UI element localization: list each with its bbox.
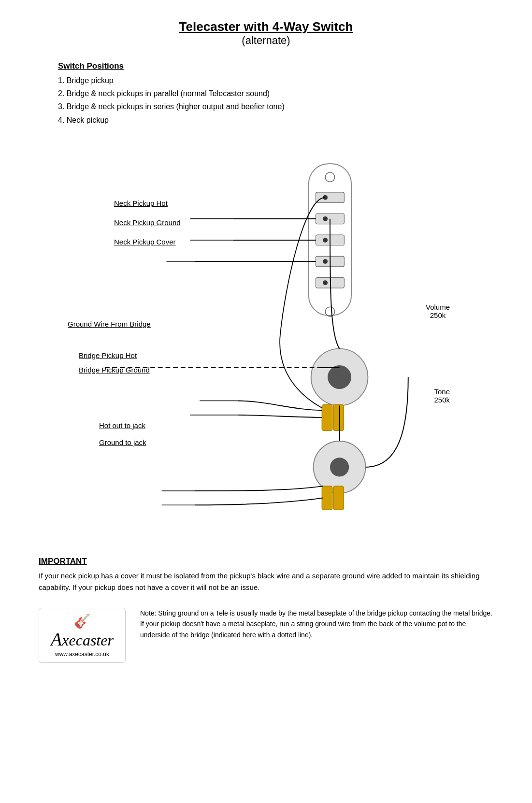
important-title: IMPORTANT — [39, 557, 493, 566]
svg-point-18 — [330, 458, 349, 476]
bridge-pickup-hot-label: Bridge Pickup Hot — [79, 351, 137, 359]
svg-point-14 — [328, 365, 351, 389]
bridge-pickup-ground-label: Bridge Pickup Ground — [79, 366, 150, 374]
logo-name: Axecaster — [51, 630, 114, 648]
page: Telecaster with 4-Way Switch (alternate)… — [0, 0, 532, 803]
important-section: IMPORTANT If your neck pickup has a cove… — [29, 557, 503, 593]
svg-rect-20 — [333, 486, 344, 510]
ground-wire-label: Ground Wire From Bridge — [68, 320, 151, 328]
svg-rect-1 — [316, 192, 345, 203]
switch-positions: Switch Positions 1. Bridge pickup 2. Bri… — [58, 61, 503, 127]
footer-section: 🎸 Axecaster www.axecaster.co.uk Note: St… — [29, 608, 503, 663]
wiring-svg — [29, 141, 503, 537]
svg-rect-16 — [333, 404, 344, 430]
svg-point-10 — [323, 280, 328, 285]
svg-rect-15 — [322, 404, 332, 430]
list-item: 1. Bridge pickup — [58, 74, 503, 87]
guitar-icon: 🎸 — [74, 613, 91, 629]
list-item: 2. Bridge & neck pickups in parallel (no… — [58, 87, 503, 100]
switch-positions-heading: Switch Positions — [58, 61, 503, 71]
hot-out-to-jack-label: Hot out to jack — [99, 421, 145, 430]
volume-label: Volume 250k — [426, 303, 450, 319]
svg-point-6 — [323, 238, 328, 243]
svg-point-4 — [323, 216, 328, 221]
sub-title: (alternate) — [29, 34, 503, 47]
ground-to-jack-label: Ground to jack — [99, 438, 146, 446]
main-title: Telecaster with 4-Way Switch — [29, 19, 503, 34]
neck-pickup-hot-label: Neck Pickup Hot — [114, 199, 168, 207]
logo-url: www.axecaster.co.uk — [55, 651, 109, 658]
neck-pickup-cover-label: Neck Pickup Cover — [114, 238, 176, 246]
logo-area: 🎸 Axecaster www.axecaster.co.uk — [39, 608, 126, 663]
title-section: Telecaster with 4-Way Switch (alternate) — [29, 19, 503, 47]
tone-label: Tone 250k — [434, 387, 450, 404]
important-text: If your neck pickup has a cover it must … — [39, 570, 493, 593]
svg-point-8 — [323, 259, 328, 264]
wiring-diagram: Neck Pickup Hot Neck Pickup Ground Neck … — [29, 141, 503, 537]
neck-pickup-ground-label: Neck Pickup Ground — [114, 218, 181, 227]
switch-positions-list: 1. Bridge pickup 2. Bridge & neck pickup… — [58, 74, 503, 127]
svg-point-11 — [325, 172, 335, 182]
list-item: 3. Bridge & neck pickups in series (high… — [58, 100, 503, 113]
svg-rect-19 — [322, 486, 332, 510]
list-item: 4. Neck pickup — [58, 114, 503, 127]
note-text: Note: String ground on a Tele is usually… — [140, 608, 493, 640]
